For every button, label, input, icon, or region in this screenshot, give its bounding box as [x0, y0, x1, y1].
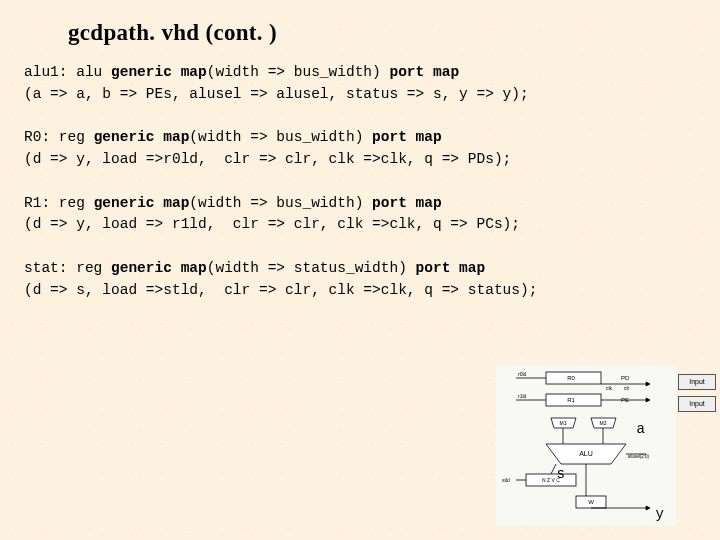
diagram-label-a: a — [637, 421, 645, 437]
b4-kw2: port map — [416, 260, 486, 276]
input-box-2: Input — [678, 396, 716, 412]
diagram-label-y: y — [656, 506, 664, 522]
code-block: alu1: alu generic map(width => bus_width… — [0, 46, 720, 301]
b2-kw2: port map — [372, 129, 442, 145]
svg-text:clr: clr — [624, 385, 630, 391]
input-box-1: Input — [678, 374, 716, 390]
b1-kw1: generic map — [111, 64, 207, 80]
b1-prefix: alu1: alu — [24, 64, 111, 80]
b4-line2: (d => s, load =>stld, clr => clr, clk =>… — [24, 282, 537, 298]
svg-text:r0ld: r0ld — [518, 371, 527, 377]
b3-kw1: generic map — [94, 195, 190, 211]
b1-mid: (width => bus_width) — [207, 64, 390, 80]
b3-prefix: R1: reg — [24, 195, 94, 211]
svg-marker-33 — [646, 382, 650, 386]
svg-text:R0: R0 — [567, 375, 575, 381]
b2-mid: (width => bus_width) — [189, 129, 372, 145]
svg-text:PD: PD — [621, 375, 630, 381]
svg-line-21 — [551, 464, 556, 474]
svg-text:M1: M1 — [560, 420, 567, 426]
svg-text:R1: R1 — [567, 397, 575, 403]
b2-kw1: generic map — [94, 129, 190, 145]
svg-text:ALU: ALU — [579, 450, 593, 457]
svg-text:alusel(2:0): alusel(2:0) — [628, 454, 650, 459]
page-title: gcdpath. vhd (cont. ) — [0, 0, 720, 46]
b1-kw2: port map — [389, 64, 459, 80]
b4-kw1: generic map — [111, 260, 207, 276]
svg-text:clk: clk — [606, 385, 613, 391]
svg-marker-34 — [646, 398, 650, 402]
b4-mid: (width => status_width) — [207, 260, 416, 276]
b2-prefix: R0: reg — [24, 129, 94, 145]
svg-text:r1ld: r1ld — [518, 393, 527, 399]
svg-text:stld: stld — [502, 477, 510, 483]
b2-line2: (d => y, load =>r0ld, clr => clr, clk =>… — [24, 151, 511, 167]
svg-text:W: W — [588, 499, 594, 505]
b4-prefix: stat: reg — [24, 260, 111, 276]
b3-line2: (d => y, load => r1ld, clr => clr, clk =… — [24, 216, 520, 232]
block-diagram: R0 R1 PD PE M1 M2 ALU N Z V C W r0ld — [496, 366, 676, 526]
b3-mid: (width => bus_width) — [189, 195, 372, 211]
svg-text:M2: M2 — [600, 420, 607, 426]
b1-line2: (a => a, b => PEs, alusel => alusel, sta… — [24, 86, 529, 102]
diagram-label-s: s — [557, 466, 565, 482]
b3-kw2: port map — [372, 195, 442, 211]
svg-marker-35 — [646, 506, 650, 510]
